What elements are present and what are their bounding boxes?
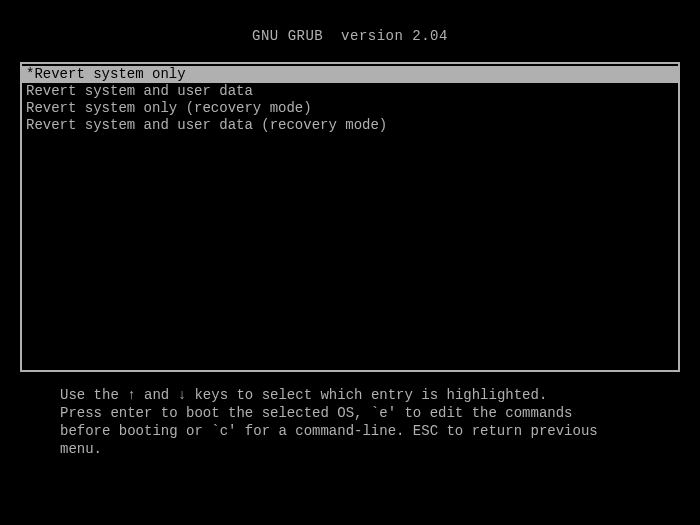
boot-menu-item[interactable]: Revert system and user data (recovery mo… bbox=[22, 117, 678, 134]
down-arrow-icon: ↓ bbox=[178, 386, 186, 404]
boot-menu-item[interactable]: Revert system only (recovery mode) bbox=[22, 100, 678, 117]
title-app: GNU GRUB bbox=[252, 28, 323, 44]
title-version: version 2.04 bbox=[341, 28, 448, 44]
boot-menu[interactable]: *Revert system only Revert system and us… bbox=[20, 62, 680, 372]
up-arrow-icon: ↑ bbox=[127, 386, 135, 404]
boot-menu-item[interactable]: Revert system and user data bbox=[22, 83, 678, 100]
boot-menu-item[interactable]: *Revert system only bbox=[22, 66, 678, 83]
grub-title: GNU GRUB version 2.04 bbox=[0, 0, 700, 62]
help-text: Use the ↑ and ↓ keys to select which ent… bbox=[60, 386, 640, 458]
